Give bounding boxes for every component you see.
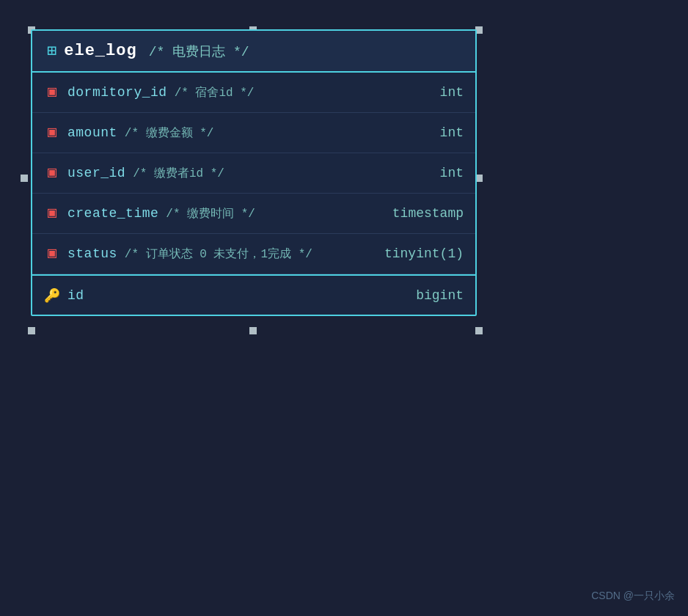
table-row: ▣ user_id /* 缴费者id */ int [32,153,475,194]
field-name-dormitory_id: dormitory_id [67,85,167,100]
table-row: ▣ create_time /* 缴费时间 */ timestamp [32,194,475,234]
field-comment-dormitory_id: /* 宿舍id */ [175,85,255,100]
field-name-id: id [67,288,84,303]
field-symbol-amount: ▣ [48,125,56,140]
field-icon-id: 🔑 [44,287,60,304]
field-icon-amount: ▣ [44,125,60,141]
field-name-amount: amount [67,125,117,140]
field-symbol-dormitory_id: ▣ [48,85,56,100]
field-type-user_id: int [440,166,464,180]
field-symbol-status: ▣ [48,246,56,261]
field-comment-status: /* 订单状态 0 未支付，1完成 */ [125,246,312,262]
field-name-create_time: create_time [67,206,158,221]
field-icon-dormitory_id: ▣ [44,84,60,100]
handle-bottom-center[interactable] [249,327,257,334]
field-type-amount: int [440,125,464,140]
field-symbol-create_time: ▣ [48,206,56,221]
canvas: ⊞ ele_log /* 电费日志 */ ▣ dormitory_id /* 宿… [0,0,688,616]
table-name: ele_log [64,42,136,60]
table-grid-icon: ⊞ [47,41,56,61]
handle-middle-left[interactable] [21,175,28,182]
field-comment-amount: /* 缴费金额 */ [125,125,214,141]
table-header: ⊞ ele_log /* 电费日志 */ [32,31,475,73]
table-card: ⊞ ele_log /* 电费日志 */ ▣ dormitory_id /* 宿… [31,29,477,316]
field-name-status: status [67,246,117,261]
field-type-status: tinyint(1) [384,246,464,261]
field-symbol-user_id: ▣ [48,166,56,180]
table-row: ▣ dormitory_id /* 宿舍id */ int [32,73,475,113]
table-row: ▣ status /* 订单状态 0 未支付，1完成 */ tinyint(1) [32,234,475,274]
table-body: ▣ dormitory_id /* 宿舍id */ int ▣ amount /… [32,73,475,315]
table-header-comment: /* 电费日志 */ [149,43,249,60]
field-icon-create_time: ▣ [44,205,60,221]
key-icon: 🔑 [44,287,60,304]
handle-bottom-right[interactable] [475,327,483,334]
field-type-id: bigint [416,288,464,303]
field-name-user_id: user_id [67,166,125,180]
table-row-pk: 🔑 id bigint [32,274,475,315]
watermark: CSDN @一只小余 [591,590,675,603]
field-comment-create_time: /* 缴费时间 */ [166,206,255,221]
field-icon-user_id: ▣ [44,165,60,181]
field-icon-status: ▣ [44,246,60,262]
field-type-dormitory_id: int [440,85,464,100]
field-type-create_time: timestamp [392,206,464,221]
table-row: ▣ amount /* 缴费金额 */ int [32,113,475,153]
handle-bottom-left[interactable] [28,327,35,334]
field-comment-user_id: /* 缴费者id */ [133,166,224,181]
